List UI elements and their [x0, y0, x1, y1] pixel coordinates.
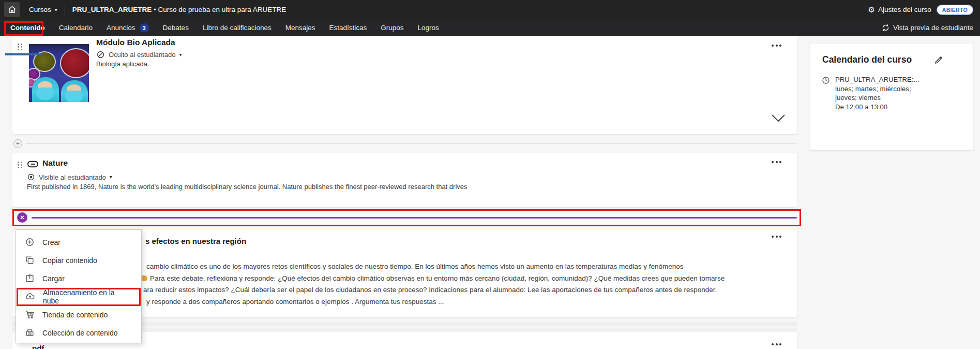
debate-title-link[interactable]: s efectos en nuestra región	[145, 237, 246, 245]
event-time: De 12:00 a 13:00	[835, 103, 919, 112]
event-name: PRU_ULTRA_ARUETRE:...	[835, 75, 919, 84]
orange-emoji-icon	[141, 275, 148, 282]
separator-dot: •	[154, 6, 156, 13]
course-name: Curso de prueba en ultra para ARUETRE	[158, 6, 287, 13]
tab-estadisticas[interactable]: Estadísticas	[329, 19, 367, 36]
event-days-line2: jueves; viernes	[835, 93, 919, 103]
gear-icon: ⚙	[868, 5, 875, 14]
menu-item-tienda-contenido[interactable]: Tienda de contenido	[16, 306, 141, 324]
divider	[65, 5, 65, 14]
tab-libro-calificaciones[interactable]: Libro de calificaciones	[203, 19, 272, 36]
add-content-menu: Crear Copiar contenido Cargar Almacenami…	[16, 229, 142, 343]
tab-debates[interactable]: Debates	[163, 19, 189, 36]
module-options-button[interactable]	[767, 40, 786, 51]
debate-options-button[interactable]	[767, 231, 786, 242]
insert-content-row: ✕	[12, 209, 801, 226]
menu-item-copiar-contenido[interactable]: Copiar contenido	[16, 251, 141, 269]
event-days-line1: lunes; martes; miércoles;	[835, 84, 919, 94]
edit-calendar-button[interactable]	[934, 55, 943, 65]
course-code: PRU_ULTRA_ARUETRE	[72, 6, 152, 13]
eye-slash-icon	[96, 50, 105, 59]
debate-text-line: y responde a dos compañeros aportando co…	[146, 298, 444, 306]
copy-icon	[25, 255, 35, 265]
tab-contenido[interactable]: Contenido	[10, 19, 45, 36]
debate-text-line: ara reducir estos impactos? ¿Cuál deberí…	[143, 286, 717, 294]
settings-label: Ajustes del curso	[878, 6, 931, 13]
expand-module-button[interactable]	[771, 113, 786, 124]
content-card-modulo: Módulo Bio Aplicada Oculto al estudianta…	[12, 36, 797, 134]
plus-icon: +	[16, 140, 20, 148]
courses-menu-button[interactable]: Cursos ▾	[29, 6, 57, 13]
nature-description: First published in 1869, Nature is the w…	[27, 183, 468, 191]
upload-icon	[25, 273, 35, 283]
tab-mensajes[interactable]: Mensajes	[285, 19, 315, 36]
bottom-card-title[interactable]: pdf	[32, 344, 44, 349]
plus-circle-icon	[25, 237, 35, 247]
content-card-nature: Nature Visible al estudiantado ▾ First p…	[12, 153, 797, 207]
menu-item-almacenamiento-nube[interactable]: Almacenamiento en la nube	[16, 287, 141, 306]
calendar-panel-title: Calendario del curso	[822, 54, 912, 65]
module-visibility-dropdown[interactable]: Oculto al estudiantado ▾	[96, 50, 182, 59]
courses-label: Cursos	[29, 6, 51, 13]
clock-icon	[822, 76, 830, 111]
drag-handle[interactable]	[18, 162, 22, 168]
module-description: Biología aplicada.	[96, 60, 149, 68]
menu-item-coleccion-contenido[interactable]: Colección de contenido	[16, 324, 141, 342]
tab-calendario[interactable]: Calendario	[59, 19, 93, 36]
module-thumbnail-image	[29, 44, 89, 102]
chevron-down-icon: ▾	[179, 52, 182, 57]
course-nav-bar: Contenido Calendario Anuncios 3 Debates …	[0, 19, 980, 36]
anuncios-count-badge: 3	[140, 23, 149, 33]
cloud-upload-icon	[25, 292, 35, 301]
collection-icon	[25, 328, 35, 338]
student-preview-label: Vista previa de estudiante	[893, 24, 973, 32]
tab-logros[interactable]: Logros	[418, 19, 439, 36]
debate-text-line: Para este debate, reflexiona y responde:…	[150, 274, 725, 282]
add-content-divider: +	[12, 139, 797, 149]
home-button[interactable]	[4, 2, 20, 17]
drag-handle[interactable]	[18, 43, 22, 50]
divider	[810, 51, 973, 51]
chevron-down-icon: ▾	[110, 174, 112, 180]
menu-item-crear[interactable]: Crear	[16, 233, 141, 251]
eye-visible-icon	[27, 173, 35, 181]
add-content-button[interactable]: +	[13, 139, 22, 148]
bottom-card-options-button[interactable]	[767, 339, 786, 349]
pencil-icon	[934, 55, 943, 65]
breadcrumb: PRU_ULTRA_ARUETRE • Curso de prueba en u…	[72, 6, 286, 13]
insert-indicator-line	[32, 217, 797, 219]
divider-line	[26, 143, 797, 144]
status-badge: ABIERTO	[937, 5, 973, 15]
close-icon: ✕	[20, 214, 24, 221]
course-settings-button[interactable]: ⚙ Ajustes del curso	[868, 5, 931, 14]
tab-grupos[interactable]: Grupos	[381, 19, 403, 36]
course-calendar-panel: Calendario del curso PRU_ULTRA_ARUETRE:.…	[810, 44, 973, 150]
student-preview-button[interactable]: Vista previa de estudiante	[882, 24, 980, 32]
top-bar: Cursos ▾ PRU_ULTRA_ARUETRE • Curso de pr…	[0, 0, 980, 19]
chevron-down-icon: ▾	[55, 7, 57, 12]
link-icon	[27, 159, 39, 169]
menu-item-cargar[interactable]: Cargar	[16, 269, 141, 287]
active-tab-underline	[5, 53, 42, 55]
nature-visibility-dropdown[interactable]: Visible al estudiantado ▾	[27, 173, 112, 181]
module-title-link[interactable]: Módulo Bio Aplicada	[96, 38, 175, 47]
sync-icon	[882, 24, 889, 32]
nature-options-button[interactable]	[767, 157, 786, 167]
course-page: Cursos ▾ PRU_ULTRA_ARUETRE • Curso de pr…	[0, 0, 980, 349]
close-insert-button[interactable]: ✕	[17, 212, 27, 223]
nature-title-link[interactable]: Nature	[42, 158, 68, 168]
calendar-event[interactable]: PRU_ULTRA_ARUETRE:... lunes; martes; mié…	[822, 75, 919, 111]
cart-icon	[25, 310, 35, 319]
debate-text-line: cambio climático es uno de los mayores r…	[146, 263, 684, 270]
tab-anuncios[interactable]: Anuncios 3	[107, 19, 149, 36]
home-icon	[8, 5, 17, 14]
